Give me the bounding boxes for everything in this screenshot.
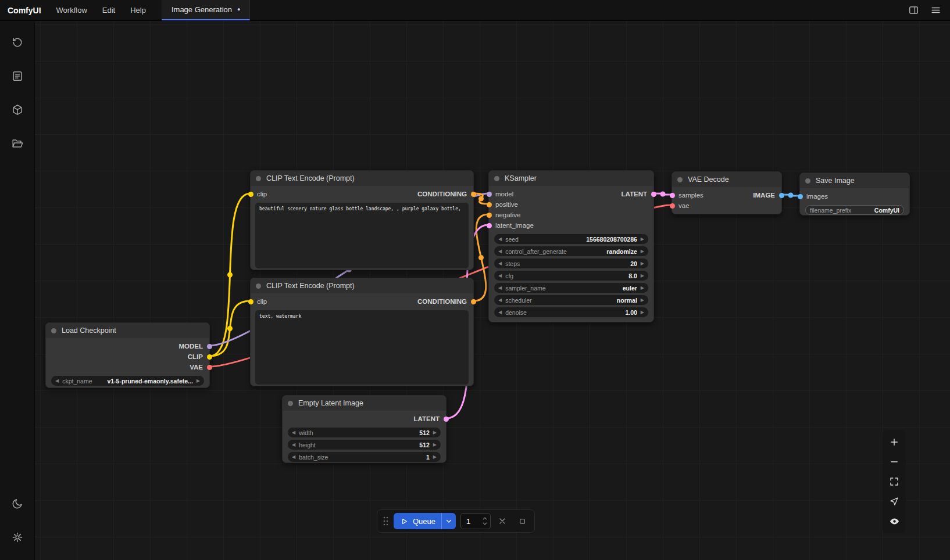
stepper-up-icon[interactable] [482,516,488,520]
arrow-right-icon[interactable]: ▶ [641,283,644,293]
collapse-dot-icon[interactable] [494,176,499,181]
link-midpoint-dot[interactable] [227,272,233,278]
arrow-right-icon[interactable]: ▶ [433,428,437,437]
menu-edit[interactable]: Edit [95,0,123,20]
latent-image-input-port[interactable] [487,223,492,228]
arrow-left-icon[interactable]: ◀ [498,234,502,244]
node-clip-text-encode-negative[interactable]: CLIP Text Encode (Prompt) clip CONDITION… [250,278,474,386]
menu-workflow[interactable]: Workflow [49,0,95,20]
arrow-right-icon[interactable]: ▶ [641,307,644,317]
clip-input-port[interactable] [248,192,253,197]
arrow-right-icon[interactable]: ▶ [641,234,644,244]
latent-output-port[interactable] [651,192,656,197]
arrow-right-icon[interactable]: ▶ [433,440,437,450]
prompt-textarea[interactable]: beautiful scenery nature glass bottle la… [255,203,469,268]
link-midpoint-dot[interactable] [478,255,484,260]
collapse-dot-icon[interactable] [51,328,56,333]
widget-filename-prefix[interactable]: filename_prefix ComfyUI [805,205,904,215]
arrow-right-icon[interactable]: ▶ [641,271,644,281]
arrow-right-icon[interactable]: ▶ [433,452,437,462]
widget-batch-size[interactable]: ◀ batch_size 1 ▶ [288,452,441,462]
widget-height[interactable]: ◀ height 512 ▶ [288,440,441,450]
node-header[interactable]: CLIP Text Encode (Prompt) [251,278,473,293]
node-vae-decode[interactable]: VAE Decode samples IMAGE vae [672,171,782,214]
sidebar-item-queue-history[interactable] [5,30,30,55]
arrow-left-icon[interactable]: ◀ [55,376,59,386]
arrow-left-icon[interactable]: ◀ [292,440,295,450]
menu-help[interactable]: Help [123,0,153,20]
link-midpoint-dot[interactable] [660,192,666,197]
node-header[interactable]: Save Image [800,173,909,188]
pointer-mode-button[interactable] [884,491,904,511]
arrow-right-icon[interactable]: ▶ [641,295,644,305]
batch-count-input[interactable]: 1 [460,513,491,529]
conditioning-output-port[interactable] [471,192,476,197]
samples-input-port[interactable] [670,193,675,198]
fit-view-button[interactable] [884,472,904,491]
stop-button[interactable] [515,514,530,529]
stepper-down-icon[interactable] [482,522,488,526]
collapse-dot-icon[interactable] [805,178,810,184]
collapse-dot-icon[interactable] [256,176,261,181]
node-load-checkpoint[interactable]: Load Checkpoint MODEL CLIP VAE ◀ ckpt_na… [45,322,210,388]
arrow-right-icon[interactable]: ▶ [641,259,644,268]
collapse-dot-icon[interactable] [677,177,683,182]
model-output-port[interactable] [207,344,212,349]
queue-button[interactable]: Queue [394,513,456,529]
positive-input-port[interactable] [487,202,492,207]
widget-cfg[interactable]: ◀ cfg 8.0 ▶ [494,271,648,281]
widget-scheduler[interactable]: ◀ scheduler normal ▶ [494,295,648,305]
arrow-left-icon[interactable]: ◀ [292,452,295,462]
clip-input-port[interactable] [248,299,253,304]
latent-output-port[interactable] [444,417,449,422]
main-menu-button[interactable] [926,2,945,19]
sidebar-item-model-library[interactable] [5,98,30,122]
widget-ckpt-name[interactable]: ◀ ckpt_name v1-5-pruned-emaonly.safete..… [51,376,204,386]
drag-handle[interactable] [382,515,389,527]
sidebar-item-node-library[interactable] [5,64,30,88]
arrow-left-icon[interactable]: ◀ [498,307,502,317]
node-header[interactable]: Load Checkpoint [46,323,209,338]
arrow-left-icon[interactable]: ◀ [498,283,502,293]
node-header[interactable]: VAE Decode [672,172,781,187]
settings-button[interactable] [5,525,30,550]
collapse-dot-icon[interactable] [288,401,293,406]
clear-queue-button[interactable] [495,514,510,529]
node-empty-latent-image[interactable]: Empty Latent Image LATENT ◀ width 512 ▶ … [282,395,447,463]
link-midpoint-dot[interactable] [788,193,794,198]
tab-image-generation[interactable]: Image Generation ● [162,0,251,20]
arrow-left-icon[interactable]: ◀ [498,246,502,256]
zoom-in-button[interactable] [884,432,904,452]
arrow-left-icon[interactable]: ◀ [498,259,502,268]
vae-input-port[interactable] [670,203,675,209]
widget-sampler-name[interactable]: ◀ sampler_name euler ▶ [494,283,648,293]
conditioning-output-port[interactable] [471,299,476,304]
clip-output-port[interactable] [207,354,212,360]
image-output-port[interactable] [779,193,784,198]
toggle-visibility-button[interactable] [884,511,904,531]
prompt-textarea[interactable]: text, watermark [255,310,469,385]
widget-steps[interactable]: ◀ steps 20 ▶ [494,259,648,268]
link-midpoint-dot[interactable] [478,196,484,202]
zoom-out-button[interactable] [884,452,904,472]
arrow-left-icon[interactable]: ◀ [498,295,502,305]
arrow-right-icon[interactable]: ▶ [197,376,200,386]
widget-denoise[interactable]: ◀ denoise 1.00 ▶ [494,307,648,317]
node-ksampler[interactable]: KSampler model LATENT positive negative … [488,170,654,322]
widget-seed[interactable]: ◀ seed 156680208700286 ▶ [494,234,648,244]
sidebar-item-workflows[interactable] [5,131,30,156]
node-canvas[interactable]: Load Checkpoint MODEL CLIP VAE ◀ ckpt_na… [35,21,950,560]
arrow-left-icon[interactable]: ◀ [292,428,295,437]
queue-options-button[interactable] [441,513,456,529]
negative-input-port[interactable] [487,213,492,218]
arrow-right-icon[interactable]: ▶ [641,246,644,256]
model-input-port[interactable] [487,192,492,197]
widget-width[interactable]: ◀ width 512 ▶ [288,428,441,437]
collapse-dot-icon[interactable] [256,283,261,289]
node-clip-text-encode-positive[interactable]: CLIP Text Encode (Prompt) clip CONDITION… [250,170,474,270]
panel-toggle-button[interactable] [903,2,923,19]
images-input-port[interactable] [798,194,803,199]
link-midpoint-dot[interactable] [227,326,233,331]
widget-control-after-generate[interactable]: ◀ control_after_generate randomize ▶ [494,246,648,256]
node-header[interactable]: CLIP Text Encode (Prompt) [251,171,473,186]
